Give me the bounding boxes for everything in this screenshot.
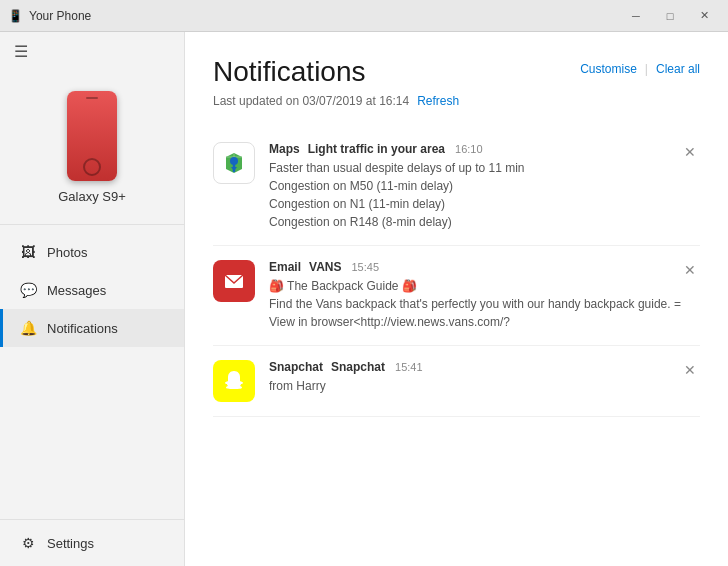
snapchat-app-name: Snapchat <box>269 360 323 374</box>
title-bar-left: 📱 Your Phone <box>8 9 91 23</box>
maps-notification-header: Maps Light traffic in your area 16:10 <box>269 142 700 156</box>
sidebar-item-messages[interactable]: 💬 Messages <box>0 271 184 309</box>
maps-notif-title: Light traffic in your area <box>308 142 445 156</box>
notifications-icon: 🔔 <box>19 319 37 337</box>
title-bar: 📱 Your Phone ─ □ ✕ <box>0 0 728 32</box>
email-notif-title: VANS <box>309 260 341 274</box>
email-notification-body: Email VANS 15:45 🎒 The Backpack Guide 🎒 … <box>269 260 700 331</box>
email-app-name: Email <box>269 260 301 274</box>
sidebar-item-photos-label: Photos <box>47 245 87 260</box>
phone-image <box>67 91 117 181</box>
maps-notif-time: 16:10 <box>455 143 483 155</box>
maps-line-2: Congestion on M50 (11-min delay) <box>269 177 700 195</box>
snapchat-notif-title: Snapchat <box>331 360 385 374</box>
maps-close-button[interactable]: ✕ <box>680 142 700 162</box>
main-content: Notifications Last updated on 03/07/2019… <box>185 32 728 566</box>
maps-line-3: Congestion on N1 (11-min delay) <box>269 195 700 213</box>
snapchat-app-icon <box>213 360 255 402</box>
top-actions: Customise | Clear all <box>580 56 700 76</box>
sidebar-item-photos[interactable]: 🖼 Photos <box>0 233 184 271</box>
maps-notification-body: Maps Light traffic in your area 16:10 Fa… <box>269 142 700 231</box>
notification-email: Email VANS 15:45 🎒 The Backpack Guide 🎒 … <box>213 246 700 346</box>
snapchat-close-button[interactable]: ✕ <box>680 360 700 380</box>
page-subtitle: Last updated on 03/07/2019 at 16:14 Refr… <box>213 94 459 108</box>
maps-line-1: Faster than usual despite delays of up t… <box>269 159 700 177</box>
sidebar-item-notifications-label: Notifications <box>47 321 118 336</box>
nav-items: 🖼 Photos 💬 Messages 🔔 Notifications <box>0 225 184 519</box>
maps-notif-text: Faster than usual despite delays of up t… <box>269 159 700 231</box>
header-row: Notifications Last updated on 03/07/2019… <box>213 56 700 112</box>
hamburger-menu[interactable]: ☰ <box>0 32 184 71</box>
snapchat-notif-time: 15:41 <box>395 361 423 373</box>
notification-snapchat: Snapchat Snapchat 15:41 from Harry ✕ <box>213 346 700 417</box>
sidebar-bottom: ⚙ Settings <box>0 519 184 566</box>
email-close-button[interactable]: ✕ <box>680 260 700 280</box>
page-header: Notifications Last updated on 03/07/2019… <box>213 56 459 108</box>
email-notif-time: 15:45 <box>351 261 379 273</box>
photos-icon: 🖼 <box>19 243 37 261</box>
app-body: ☰ Galaxy S9+ 🖼 Photos 💬 Messages 🔔 Notif… <box>0 32 728 566</box>
action-divider: | <box>645 62 648 76</box>
snapchat-line-1: from Harry <box>269 377 700 395</box>
snapchat-notification-body: Snapchat Snapchat 15:41 from Harry <box>269 360 700 395</box>
page-title: Notifications <box>213 56 459 88</box>
email-line-1: 🎒 The Backpack Guide 🎒 <box>269 277 700 295</box>
email-line-2: Find the Vans backpack that's perfectly … <box>269 295 700 331</box>
maps-line-4: Congestion on R148 (8-min delay) <box>269 213 700 231</box>
settings-icon: ⚙ <box>19 534 37 552</box>
title-bar-title: Your Phone <box>29 9 91 23</box>
clear-all-button[interactable]: Clear all <box>656 62 700 76</box>
notifications-list: Maps Light traffic in your area 16:10 Fa… <box>213 128 700 417</box>
email-notification-header: Email VANS 15:45 <box>269 260 700 274</box>
sidebar: ☰ Galaxy S9+ 🖼 Photos 💬 Messages 🔔 Notif… <box>0 32 185 566</box>
device-name: Galaxy S9+ <box>58 189 126 204</box>
notification-maps: Maps Light traffic in your area 16:10 Fa… <box>213 128 700 246</box>
maps-app-icon <box>213 142 255 184</box>
maps-app-name: Maps <box>269 142 300 156</box>
app-icon: 📱 <box>8 9 23 23</box>
minimize-button[interactable]: ─ <box>620 0 652 32</box>
sidebar-item-notifications[interactable]: 🔔 Notifications <box>0 309 184 347</box>
sidebar-item-settings[interactable]: ⚙ Settings <box>0 524 184 562</box>
sidebar-item-messages-label: Messages <box>47 283 106 298</box>
email-app-icon <box>213 260 255 302</box>
close-button[interactable]: ✕ <box>688 0 720 32</box>
snapchat-notif-text: from Harry <box>269 377 700 395</box>
device-section: Galaxy S9+ <box>0 71 184 225</box>
customise-button[interactable]: Customise <box>580 62 637 76</box>
title-bar-controls: ─ □ ✕ <box>620 0 720 32</box>
refresh-button[interactable]: Refresh <box>417 94 459 108</box>
snapchat-notification-header: Snapchat Snapchat 15:41 <box>269 360 700 374</box>
email-notif-text: 🎒 The Backpack Guide 🎒 Find the Vans bac… <box>269 277 700 331</box>
sidebar-item-settings-label: Settings <box>47 536 94 551</box>
messages-icon: 💬 <box>19 281 37 299</box>
last-updated-text: Last updated on 03/07/2019 at 16:14 <box>213 94 409 108</box>
maximize-button[interactable]: □ <box>654 0 686 32</box>
